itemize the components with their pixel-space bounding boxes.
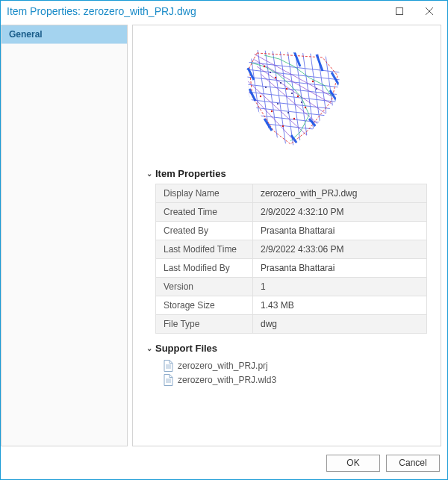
table-row: Last Modified By Prasanta Bhattarai: [156, 259, 427, 278]
prop-value: 1.43 MB: [253, 296, 427, 315]
svg-point-41: [275, 77, 276, 78]
chevron-down-icon: ⌄: [146, 344, 152, 352]
table-row: Version 1: [156, 278, 427, 296]
dialog-body: General: [1, 22, 447, 446]
close-button[interactable]: [414, 2, 444, 20]
table-row: Created Time 2/9/2022 4:32:10 PM: [156, 203, 427, 222]
preview-area: [146, 33, 427, 163]
prop-key: Created Time: [156, 203, 253, 222]
prop-key: Last Modified By: [156, 259, 253, 278]
content-panel: ⌄ Item Properties Display Name zerozero_…: [132, 25, 441, 446]
section-label: Support Files: [155, 343, 217, 354]
svg-point-40: [264, 66, 265, 67]
prop-key: Last Modifed Time: [156, 240, 253, 259]
table-row: Display Name zerozero_with_PRJ.dwg: [156, 184, 427, 203]
file-icon: [163, 360, 173, 372]
prop-key: File Type: [156, 315, 253, 334]
dwg-thumbnail: [220, 44, 354, 152]
svg-point-50: [270, 72, 271, 73]
svg-point-43: [297, 96, 299, 97]
prop-key: Storage Size: [156, 296, 253, 315]
chevron-down-icon: ⌄: [146, 169, 152, 178]
file-icon: [163, 374, 173, 386]
list-item[interactable]: zerozero_with_PRJ.wld3: [163, 374, 427, 386]
svg-point-44: [305, 107, 306, 108]
svg-point-56: [265, 87, 267, 88]
prop-key: Created By: [156, 222, 253, 240]
svg-point-42: [286, 88, 287, 90]
svg-point-52: [291, 93, 293, 94]
section-item-properties[interactable]: ⌄ Item Properties: [146, 168, 427, 179]
table-row: Storage Size 1.43 MB: [156, 296, 427, 315]
support-files-list: zerozero_with_PRJ.prj zerozero_with_PRJ.…: [163, 360, 427, 386]
svg-point-45: [293, 118, 295, 119]
table-row: File Type dwg: [156, 315, 427, 334]
prop-value: Prasanta Bhattarai: [253, 222, 427, 240]
prop-value: 2/9/2022 4:32:10 PM: [253, 203, 427, 222]
properties-dialog: Item Properties: zerozero_with_PRJ.dwg G…: [0, 0, 448, 480]
maximize-button[interactable]: [385, 2, 414, 20]
support-file-name: zerozero_with_PRJ.wld3: [178, 375, 276, 385]
dialog-footer: OK Cancel: [1, 446, 447, 479]
prop-key: Display Name: [156, 184, 253, 203]
svg-point-47: [271, 110, 273, 112]
svg-point-51: [280, 82, 281, 84]
svg-point-54: [287, 112, 289, 113]
title-bar: Item Properties: zerozero_with_PRJ.dwg: [1, 1, 447, 22]
prop-value: zerozero_with_PRJ.dwg: [253, 184, 427, 203]
svg-point-48: [260, 96, 261, 97]
maximize-icon: [396, 7, 403, 15]
section-support-files[interactable]: ⌄ Support Files: [146, 343, 427, 354]
window-controls: [385, 2, 444, 20]
prop-key: Version: [156, 278, 253, 296]
table-row: Last Modifed Time 2/9/2022 4:33:06 PM: [156, 240, 427, 259]
svg-point-46: [282, 125, 284, 127]
list-item[interactable]: zerozero_with_PRJ.prj: [163, 360, 427, 372]
ok-button[interactable]: OK: [326, 455, 380, 472]
svg-point-57: [316, 88, 317, 90]
cancel-button[interactable]: Cancel: [386, 455, 440, 472]
tab-general[interactable]: General: [1, 25, 127, 44]
sidebar: General: [1, 25, 128, 446]
table-row: Created By Prasanta Bhattarai: [156, 222, 427, 240]
svg-rect-0: [396, 8, 403, 15]
support-file-name: zerozero_with_PRJ.prj: [178, 361, 268, 371]
svg-point-49: [312, 81, 314, 82]
properties-table: Display Name zerozero_with_PRJ.dwg Creat…: [155, 184, 427, 334]
prop-value: Prasanta Bhattarai: [253, 259, 427, 278]
close-icon: [426, 7, 433, 15]
prop-value: 2/9/2022 4:33:06 PM: [253, 240, 427, 259]
window-title: Item Properties: zerozero_with_PRJ.dwg: [7, 5, 385, 17]
svg-point-55: [277, 103, 279, 105]
prop-value: dwg: [253, 315, 427, 334]
svg-point-53: [301, 102, 302, 103]
prop-value: 1: [253, 278, 427, 296]
section-label: Item Properties: [155, 168, 226, 179]
